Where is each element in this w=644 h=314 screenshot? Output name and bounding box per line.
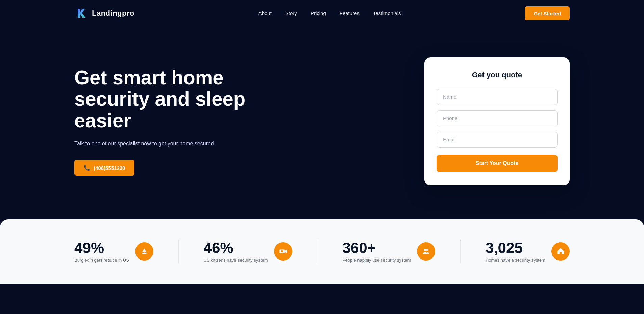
stat-label-2: US citizens have security system [204, 257, 268, 263]
stat-icon-people [417, 242, 435, 261]
stat-icon-burglary [135, 242, 153, 261]
svg-point-3 [426, 249, 428, 251]
logo-text: Landingpro [92, 9, 134, 18]
phone-icon: 📞 [84, 165, 90, 171]
logo-icon [74, 6, 89, 20]
svg-rect-4 [560, 252, 562, 254]
stat-label-1: Burgledin gets reduce in US [74, 257, 129, 263]
stat-divider-2 [317, 240, 317, 263]
phone-input[interactable] [437, 110, 558, 126]
stat-number-4: 3,025 [486, 241, 545, 255]
stat-item-2: 46% US citizens have security system [204, 241, 292, 263]
svg-point-2 [424, 249, 426, 251]
nav-item-features[interactable]: Features [340, 10, 360, 16]
stat-label-4: Homes have a security system [486, 257, 545, 263]
nav-item-about[interactable]: About [258, 10, 272, 16]
stat-item-3: 360+ People happily use security system [342, 241, 435, 263]
nav-item-pricing[interactable]: Pricing [311, 10, 326, 16]
stat-divider-3 [460, 240, 461, 263]
phone-button[interactable]: 📞 (406)5551220 [74, 160, 134, 176]
stat-label-3: People happily use security system [342, 257, 411, 263]
start-quote-button[interactable]: Start Your Quote [437, 155, 558, 172]
hero-title: Get smart home security and sleep easier [74, 67, 250, 131]
hero-subtitle: Talk to one of our specialist now to get… [74, 139, 250, 148]
logo-area: Landingpro [74, 6, 134, 20]
quote-form-title: Get you quote [437, 71, 558, 80]
hero-left: Get smart home security and sleep easier… [74, 67, 250, 176]
phone-number: (406)5551220 [94, 165, 125, 171]
stats-section: 49% Burgledin gets reduce in US 46% US c… [0, 219, 644, 284]
stat-number-3: 360+ [342, 241, 411, 255]
stat-number-1: 49% [74, 241, 129, 255]
quote-card: Get you quote Start Your Quote [424, 57, 570, 185]
name-input[interactable] [437, 89, 558, 105]
get-started-button[interactable]: Get Started [525, 6, 570, 20]
stat-item-4: 3,025 Homes have a security system [486, 241, 570, 263]
stat-icon-home [551, 242, 570, 261]
stat-divider-1 [178, 240, 179, 263]
stat-number-2: 46% [204, 241, 268, 255]
nav-item-testimonials[interactable]: Testimonials [373, 10, 401, 16]
hero-section: Get smart home security and sleep easier… [0, 26, 644, 223]
stat-icon-camera [274, 242, 292, 261]
stat-item-1: 49% Burgledin gets reduce in US [74, 241, 153, 263]
nav-links: About Story Pricing Features Testimonial… [258, 10, 401, 16]
svg-point-1 [281, 250, 283, 253]
nav-item-story[interactable]: Story [285, 10, 297, 16]
navbar: Landingpro About Story Pricing Features … [0, 0, 644, 26]
email-input[interactable] [437, 132, 558, 148]
